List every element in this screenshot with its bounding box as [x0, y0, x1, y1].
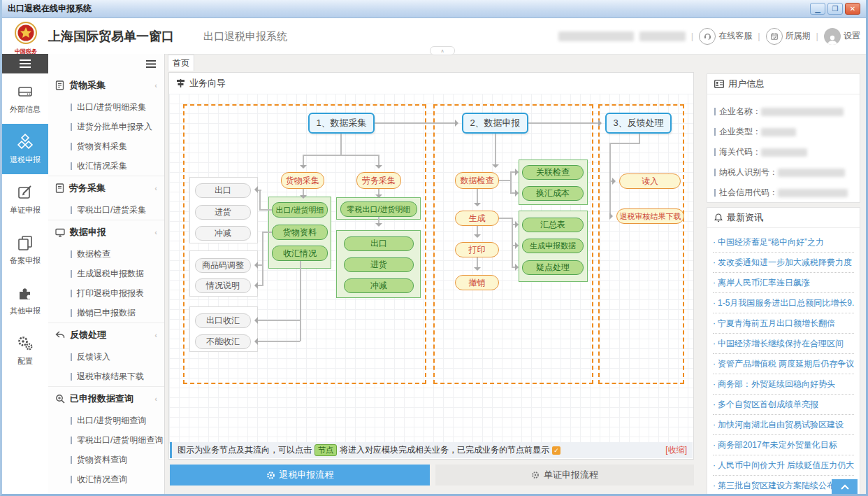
sidebar-collapse-toggle[interactable] [48, 54, 164, 73]
flow-node-zero-tax-detail[interactable]: 零税出口/进货明细 [340, 201, 417, 217]
news-link[interactable]: 1-5月我国服务进出口总额同比增长9.2% [713, 293, 854, 313]
module-settings[interactable]: 配置 [2, 325, 48, 376]
flow-node-print[interactable]: 打印 [455, 242, 499, 257]
sidebar-item-forex-query[interactable]: 收汇情况查询 [48, 469, 164, 489]
node-label: 出口/进货明细 [275, 205, 324, 215]
sidebar-group-declared-query[interactable]: 已申报数据查询 ‹ [48, 386, 164, 411]
flow-node-cancel[interactable]: 撤销 [455, 275, 499, 290]
sidebar-item-purchase-batch-entry[interactable]: 进货分批单申报录入 [48, 117, 164, 136]
news-link[interactable]: 中国经济增长继续保持在合理区间 [713, 334, 854, 354]
news-link[interactable]: 商务部：外贸延续回稳向好势头 [713, 374, 854, 395]
flow-node-commodity-code-adjust[interactable]: 商品码调整 [195, 258, 251, 273]
tab-home[interactable]: 首页 [168, 55, 194, 71]
header-collapse-handle[interactable]: ∧ [430, 46, 455, 55]
news-link[interactable]: 人民币中间价大升 后续贬值压力仍大 [713, 455, 854, 476]
sidebar-group-feedback[interactable]: 反馈处理 ‹ [48, 323, 164, 347]
sidebar-item-audit-result-download[interactable]: 退税审核结果下载 [48, 367, 164, 386]
news-link[interactable]: 离岸人民币汇率连日飙涨 [713, 273, 854, 293]
news-link[interactable]: 中国经济蓄足“稳中向好”之力 [713, 232, 854, 253]
flow-node-service-collect[interactable]: 劳务采集 [356, 172, 401, 189]
news-link[interactable]: 加快河南湖北自由贸易试验区建设 [713, 415, 854, 435]
flow-node-offset[interactable]: 冲减 [195, 226, 251, 241]
news-link[interactable]: 资管产品增值税 两度延期后仍存争议 [713, 354, 854, 374]
back-to-top-button[interactable] [832, 479, 858, 494]
flow-node-zero-export[interactable]: 出口 [344, 236, 414, 251]
restore-button[interactable]: ❐ [827, 3, 843, 15]
module-external-info[interactable]: 外部信息 [2, 73, 48, 124]
connector-arrow [515, 242, 522, 249]
flow-node-no-forex[interactable]: 不能收汇 [195, 334, 251, 349]
flow-node-goods-collect[interactable]: 货物采集 [281, 172, 324, 189]
sidebar-item-data-check[interactable]: 数据检查 [48, 244, 164, 264]
flow-node-export[interactable]: 出口 [195, 183, 251, 198]
flow-node-generate[interactable]: 生成 [455, 211, 499, 226]
connector-line [259, 190, 261, 211]
flow-node-generate-declare-data[interactable]: 生成申报数据 [522, 239, 584, 253]
sidebar-item-zero-tax-query[interactable]: 零税出口/进货明细查询 [48, 430, 164, 450]
sidebar-item-zero-tax-collect[interactable]: 零税出口/进货采集 [48, 200, 164, 220]
node-label: 出口 [370, 238, 387, 250]
news-link[interactable]: 商务部2017年未定外贸量化目标 [713, 435, 854, 455]
flow-node-summary-table[interactable]: 汇总表 [522, 218, 584, 232]
row-marker [714, 169, 716, 176]
flow-node-zero-offset[interactable]: 冲减 [344, 278, 414, 293]
flow-node-relation-check[interactable]: 关联检查 [522, 165, 584, 180]
news-card: 最新资讯 中国经济蓄足“稳中向好”之力 发改委通知进一步加大减税降费力度 离岸人… [707, 207, 860, 496]
settings-link[interactable]: 设置 [824, 28, 860, 45]
item-label: 撤销已申报数据 [77, 307, 136, 319]
close-button[interactable]: ✕ [845, 3, 860, 15]
sidebar-group-goods-collect[interactable]: 货物采集 ‹ [48, 73, 164, 97]
blurred-credit-code [778, 189, 848, 197]
flow-node-doubt-handle[interactable]: 疑点处理 [522, 260, 584, 275]
flow-node-phase1[interactable]: 1、数据采集 [308, 113, 375, 134]
sidebar-item-generate-declare-data[interactable]: 生成退税申报数据 [48, 264, 164, 283]
flow-node-forex-status[interactable]: 收汇情况 [272, 246, 328, 261]
news-text: 中国经济增长继续保持在合理区间 [718, 338, 844, 350]
sidebar-item-print-declare-forms[interactable]: 打印退税申报报表 [48, 283, 164, 303]
flow-node-exchange-cost[interactable]: 换汇成本 [522, 186, 584, 201]
sidebar-item-feedback-read[interactable]: 反馈读入 [48, 347, 164, 367]
module-record-declare[interactable]: 备案申报 [2, 225, 48, 275]
module-tax-refund-declare[interactable]: 退税申报 [2, 124, 48, 174]
refund-flow-button[interactable]: 退税申报流程 [170, 465, 430, 486]
flow-node-situation-note[interactable]: 情况说明 [195, 278, 251, 293]
sidebar-group-data-declare[interactable]: 数据申报 ‹ [48, 220, 164, 244]
flow-node-audit-download[interactable]: 退税审核结果下载 [616, 208, 684, 224]
flow-node-export-import-detail[interactable]: 出口/进货明细 [272, 202, 328, 218]
node-label: 换汇成本 [536, 187, 570, 199]
item-label: 反馈读入 [77, 351, 110, 363]
flow-node-read-in[interactable]: 读入 [619, 173, 681, 189]
period-link[interactable]: 所属期 [766, 28, 811, 45]
flow-node-export-forex[interactable]: 出口收汇 [195, 313, 251, 328]
module-document-declare[interactable]: 单证申报 [2, 174, 48, 225]
news-link[interactable]: 宁夏青海前五月出口额增长翻倍 [713, 313, 854, 334]
sidebar-group-service-collect[interactable]: 劳务采集 ‹ [48, 176, 164, 200]
flow-node-goods-data[interactable]: 货物资料 [272, 225, 328, 240]
flow-node-purchase[interactable]: 进货 [195, 205, 251, 220]
sidebar-item-export-import-query[interactable]: 出口/进货明细查询 [48, 411, 164, 430]
flow-node-phase2[interactable]: 2、数据申报 [462, 113, 528, 134]
sidebar-item-export-import-detail-collect[interactable]: 出口/进货明细采集 [48, 97, 164, 117]
sidebar-item-cancel-declared-data[interactable]: 撤销已申报数据 [48, 303, 164, 323]
flow-node-phase3[interactable]: 3、反馈处理 [605, 113, 672, 134]
emblem-icon [14, 21, 38, 45]
iconbar-menu-toggle[interactable] [2, 54, 48, 73]
online-service-link[interactable]: 在线客服 [699, 28, 752, 45]
flow-node-data-check[interactable]: 数据检查 [455, 172, 499, 189]
button-label: 退税申报流程 [280, 469, 334, 481]
item-marker [71, 250, 72, 258]
node-label: 汇总表 [540, 219, 565, 231]
edit-icon [16, 183, 34, 201]
sidebar-item-goods-data-query[interactable]: 货物资料查询 [48, 450, 164, 469]
news-link[interactable]: 多个自贸区首创成绩单亮报 [713, 395, 854, 415]
minimize-button[interactable]: ▁ [810, 3, 825, 15]
module-other-declare[interactable]: 其他申报 [2, 275, 48, 325]
doc-flow-button[interactable]: 单证申报流程 [435, 465, 694, 486]
collapse-link[interactable]: [收缩] [665, 444, 687, 456]
sidebar-item-forex-collect[interactable]: 收汇情况采集 [48, 156, 164, 176]
news-title: 最新资讯 [727, 211, 763, 224]
flow-node-zero-purchase[interactable]: 进货 [344, 257, 414, 272]
sidebar-item-goods-data-collect[interactable]: 货物资料采集 [48, 136, 164, 156]
news-link[interactable]: 发改委通知进一步加大减税降费力度 [713, 253, 854, 273]
right-panel: 用户信息 企业名称： 企业类型： 海关代码： 纳税人识别号： 社会信用代码： 最… [703, 54, 863, 494]
